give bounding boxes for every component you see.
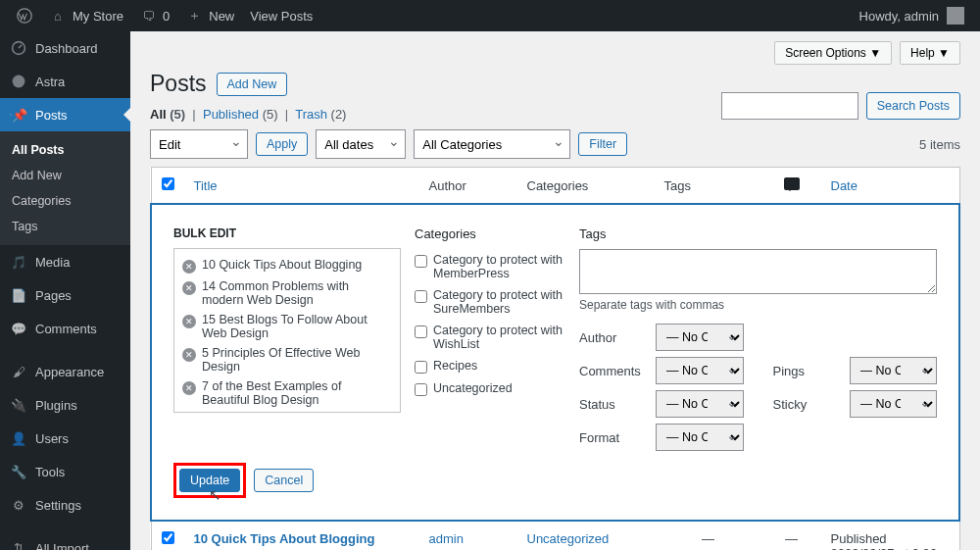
cat-checkbox[interactable]: Category to protect with SureMembers	[415, 284, 565, 320]
tags-legend: Tags	[579, 226, 937, 241]
post-author-link[interactable]: admin	[429, 531, 464, 546]
sidebar-item-appearance[interactable]: 🖌Appearance	[0, 355, 130, 388]
screen-options-button[interactable]: Screen Options ▼	[774, 41, 892, 65]
format-select[interactable]: — No Change —	[656, 424, 744, 451]
comments-icon	[784, 177, 800, 190]
bulk-title-item: ✕7 of the Best Examples of Beautiful Blo…	[182, 376, 392, 410]
add-new-button[interactable]: Add New	[217, 73, 288, 96]
remove-title-icon[interactable]: ✕	[182, 315, 196, 328]
categories-legend: Categories	[415, 226, 565, 241]
col-categories: Categories	[517, 168, 655, 205]
col-author: Author	[419, 168, 517, 205]
bulk-title-item: ✕5 Principles Of Effective Web Design	[182, 343, 392, 376]
bulk-title-item: ✕10 Quick Tips About Blogging	[182, 255, 392, 276]
post-tags: —	[655, 521, 762, 550]
category-filter-select[interactable]: All Categories	[414, 129, 570, 159]
col-date[interactable]: Date	[831, 178, 858, 193]
page-title: Posts	[150, 71, 207, 97]
post-title-link[interactable]: 10 Quick Tips About Blogging	[194, 531, 375, 546]
sidebar-item-all-import[interactable]: ⇅All Import	[0, 531, 130, 550]
bulk-title-list: ✕10 Quick Tips About Blogging ✕14 Common…	[173, 248, 401, 413]
view-posts[interactable]: View Posts	[242, 0, 320, 31]
bulk-title-item: ✕14 Common Problems with modern Web Desi…	[182, 276, 392, 310]
sidebar-item-comments[interactable]: 💬Comments	[0, 312, 130, 345]
remove-title-icon[interactable]: ✕	[182, 381, 196, 395]
tags-help: Separate tags with commas	[579, 298, 937, 312]
sidebar-item-users[interactable]: 👤Users	[0, 422, 130, 455]
svg-point-2	[13, 75, 25, 88]
cat-checkbox[interactable]: Category to protect with MemberPress	[415, 249, 565, 284]
sidebar-item-tools[interactable]: 🔧Tools	[0, 455, 130, 488]
filter-published[interactable]: Published	[203, 107, 259, 122]
cat-checkbox[interactable]: Recipes	[415, 355, 565, 377]
remove-title-icon[interactable]: ✕	[182, 348, 196, 362]
bulk-title-item: ✕15 Best Blogs To Follow About Web Desig…	[182, 310, 392, 343]
avatar[interactable]	[947, 7, 964, 25]
sidebar-item-plugins[interactable]: 🔌Plugins	[0, 388, 130, 422]
svg-rect-3	[10, 115, 11, 116]
post-date: Published2023/03/27 at 9:06 am	[821, 521, 960, 550]
bulk-action-select[interactable]: Edit	[150, 129, 248, 159]
filter-trash[interactable]: Trash	[295, 107, 327, 122]
tags-textarea[interactable]	[579, 249, 937, 294]
sidebar-item-dashboard[interactable]: Dashboard	[0, 31, 130, 65]
date-filter-select[interactable]: All dates	[316, 129, 406, 159]
cancel-button[interactable]: Cancel	[254, 469, 314, 492]
table-row: 10 Quick Tips About Blogging admin Uncat…	[151, 521, 959, 550]
sidebar-item-settings[interactable]: ⚙Settings	[0, 488, 130, 522]
howdy-text[interactable]: Howdy, admin	[859, 9, 939, 24]
new-content[interactable]: ＋New	[177, 0, 242, 31]
comments-bubble[interactable]: 🗨0	[131, 0, 177, 31]
select-all-checkbox[interactable]	[162, 177, 174, 190]
sidebar-item-astra[interactable]: Astra	[0, 65, 130, 98]
search-button[interactable]: Search Posts	[866, 92, 960, 120]
author-select[interactable]: — No Change —	[656, 324, 744, 351]
submenu-all-posts[interactable]: All Posts	[0, 137, 130, 163]
post-category-link[interactable]: Uncategorized	[527, 531, 610, 546]
status-select[interactable]: — No Change —	[656, 390, 744, 418]
cat-checkbox[interactable]: Category to protect with WishList	[415, 320, 565, 355]
remove-title-icon[interactable]: ✕	[182, 260, 196, 274]
sticky-select[interactable]: — No Change —	[850, 390, 938, 418]
site-name[interactable]: ⌂My Store	[41, 0, 131, 31]
help-button[interactable]: Help ▼	[900, 41, 960, 65]
apply-button[interactable]: Apply	[256, 132, 308, 156]
cursor-icon: ↖	[209, 486, 221, 504]
comments-select[interactable]: — No Change —	[656, 357, 744, 384]
remove-title-icon[interactable]: ✕	[182, 281, 196, 295]
sidebar-item-media[interactable]: 🎵Media	[0, 245, 130, 278]
cat-checkbox[interactable]: Uncategorized	[415, 377, 565, 400]
bulk-edit-legend: BULK EDIT	[173, 226, 401, 240]
wp-logo[interactable]	[8, 0, 41, 31]
pings-select[interactable]: — No Change —	[850, 357, 938, 384]
submenu-categories[interactable]: Categories	[0, 188, 130, 214]
sidebar-item-posts[interactable]: 📌Posts	[0, 98, 130, 131]
col-tags: Tags	[655, 168, 762, 205]
post-comments: —	[762, 521, 821, 550]
filter-button[interactable]: Filter	[578, 132, 627, 156]
items-count: 5 items	[919, 137, 960, 152]
submenu-tags[interactable]: Tags	[0, 214, 130, 239]
filter-all[interactable]: All (5)	[150, 107, 185, 122]
submenu-add-new[interactable]: Add New	[0, 163, 130, 188]
row-checkbox[interactable]	[162, 531, 174, 544]
sidebar-item-pages[interactable]: 📄Pages	[0, 278, 130, 312]
col-title[interactable]: Title	[194, 178, 218, 193]
search-input[interactable]	[721, 92, 858, 120]
